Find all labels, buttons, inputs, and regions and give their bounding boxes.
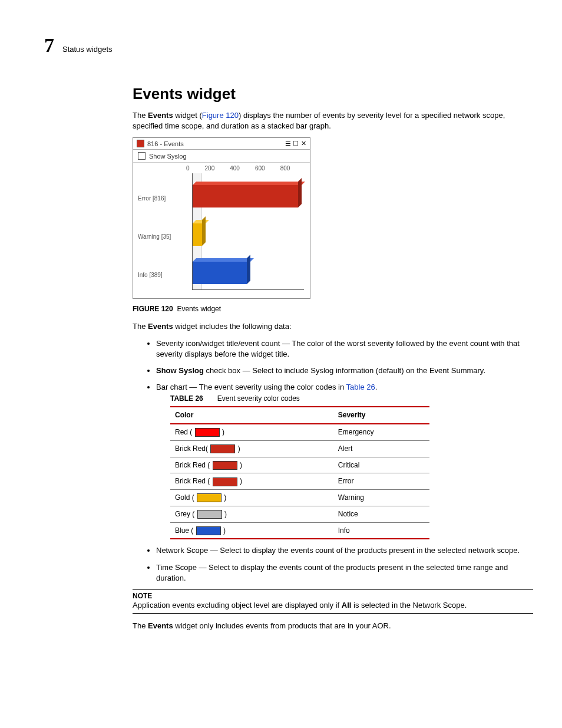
close-icon[interactable]: ✕	[300, 140, 306, 147]
table-header-severity: Severity	[333, 407, 429, 424]
color-cell: Gold ( )	[170, 490, 333, 506]
note-rule-bottom	[133, 613, 533, 614]
collapse-icon[interactable]: ☰	[285, 140, 291, 147]
note-text: Application events excluding object leve…	[133, 600, 533, 611]
severity-badge-icon	[137, 140, 144, 147]
color-cell: Brick Red ( )	[170, 473, 333, 490]
color-swatch	[196, 526, 221, 535]
figure-ref-link[interactable]: Figure 120	[202, 111, 239, 120]
bar-warning	[193, 220, 206, 246]
color-swatch	[197, 493, 222, 502]
color-cell: Blue ( )	[170, 522, 333, 539]
show-syslog-row: Show Syslog	[133, 150, 310, 163]
table-row: Blue ( )Info	[170, 522, 429, 539]
color-cell: Brick Red ( )	[170, 457, 333, 473]
bar-chart: 0 200 400 600 800 Error [816] Warning [3…	[133, 163, 310, 298]
widget-title: 816 - Events	[147, 140, 184, 147]
color-swatch	[213, 477, 237, 486]
table-row: Red ( )Emergency	[170, 424, 429, 440]
severity-cell: Notice	[333, 506, 429, 522]
figure-caption: FIGURE 120 Events widget	[133, 305, 533, 313]
show-syslog-checkbox[interactable]	[138, 152, 146, 160]
list-item: Severity icon/widget title/event count —…	[156, 338, 533, 360]
list-item: Time Scope — Select to display the event…	[156, 562, 533, 584]
y-category-info: Info [389]	[138, 272, 163, 278]
color-cell: Red ( )	[170, 424, 333, 440]
note-rule-top	[133, 589, 533, 590]
table-row: Brick Red ( )Critical	[170, 457, 429, 473]
chapter-title: Status widgets	[62, 45, 113, 54]
maximize-icon[interactable]: ☐	[293, 140, 299, 147]
y-category-warning: Warning [35]	[138, 233, 171, 240]
y-category-error: Error [816]	[138, 195, 166, 202]
intro2-paragraph: The Events widget includes the following…	[133, 321, 533, 332]
table-header-color: Color	[170, 407, 333, 424]
severity-cell: Error	[333, 473, 429, 490]
bullet-list-top: Severity icon/widget title/event count —…	[133, 338, 533, 540]
list-item: Bar chart — The event severity using the…	[156, 382, 533, 539]
running-head: 7 Status widgets	[44, 35, 527, 55]
severity-cell: Warning	[333, 490, 429, 506]
list-item: Network Scope — Select to display the ev…	[156, 545, 533, 556]
color-cell: Grey ( )	[170, 506, 333, 522]
severity-cell: Emergency	[333, 424, 429, 440]
table-row: Brick Red( )Alert	[170, 440, 429, 457]
table-caption: TABLE 26Event severity color codes	[170, 394, 533, 404]
intro-paragraph: The Events widget (Figure 120) displays …	[133, 110, 533, 131]
color-swatch	[195, 428, 220, 437]
color-swatch	[197, 510, 222, 519]
table-row: Gold ( )Warning	[170, 490, 429, 506]
severity-cell: Critical	[333, 457, 429, 473]
color-cell: Brick Red( )	[170, 440, 333, 457]
severity-cell: Info	[333, 522, 429, 539]
events-widget: 816 - Events ☰ ☐ ✕ Show Syslog 0 200 400…	[133, 137, 310, 299]
show-syslog-label: Show Syslog	[149, 153, 187, 160]
bar-info	[193, 258, 250, 284]
outro-paragraph: The Events widget only includes events f…	[133, 621, 533, 631]
chapter-number: 7	[44, 35, 54, 55]
color-swatch	[210, 444, 235, 453]
table-ref-link[interactable]: Table 26	[346, 383, 375, 391]
section-heading: Events widget	[133, 85, 533, 103]
severity-cell: Alert	[333, 440, 429, 457]
page: 7 Status widgets Events widget The Event…	[0, 0, 562, 728]
table-row: Grey ( )Notice	[170, 506, 429, 522]
content-area: Events widget The Events widget (Figure …	[133, 85, 533, 631]
bullet-list-bottom: Network Scope — Select to display the ev…	[133, 545, 533, 584]
list-item: Show Syslog check box — Select to includ…	[156, 365, 533, 376]
table-row: Brick Red ( )Error	[170, 473, 429, 490]
color-swatch	[213, 461, 237, 470]
widget-titlebar: 816 - Events ☰ ☐ ✕	[133, 138, 310, 150]
bar-error	[193, 182, 302, 207]
color-code-table: Color Severity Red ( )EmergencyBrick Red…	[170, 406, 429, 539]
x-axis-ticks: 0 200 400 600 800	[186, 165, 290, 172]
note-label: NOTE	[133, 592, 533, 600]
